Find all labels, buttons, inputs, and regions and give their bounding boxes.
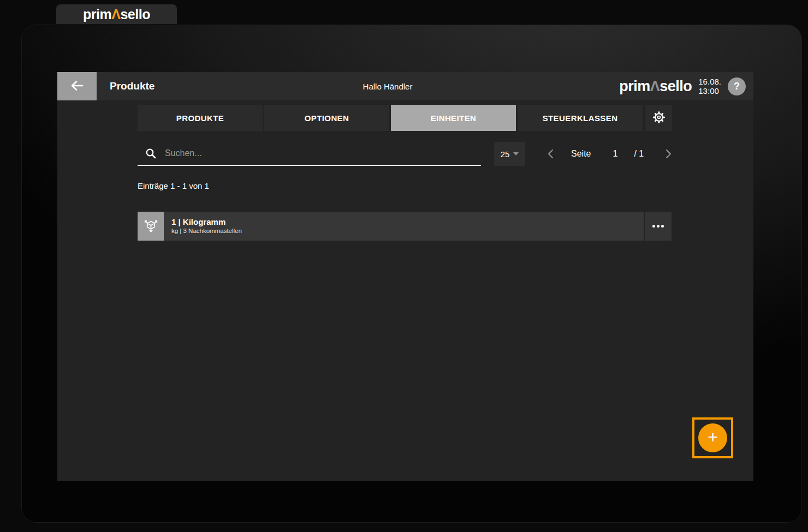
arrow-left-icon [69, 79, 85, 94]
add-button-focus-ring: + [692, 417, 733, 458]
pagination: Seite 1 / 1 [545, 142, 674, 166]
greeting-text: Hallo Händler [363, 82, 413, 91]
chevron-down-icon [513, 152, 519, 156]
datetime-display: 16.08. 13:00 [698, 77, 721, 96]
chevron-right-icon [666, 149, 672, 159]
logo-caret-icon: Λ [111, 7, 120, 22]
entries-summary: Einträge 1 - 1 von 1 [138, 181, 209, 190]
time-text: 13:00 [698, 86, 721, 95]
settings-button[interactable] [645, 105, 672, 131]
total-pages: / 1 [634, 149, 644, 159]
main-panel: Produkte Hallo Händler primΛsello 16.08.… [57, 72, 753, 481]
header-right: primΛsello 16.08. 13:00 ? [619, 77, 753, 96]
list-item-kilogramm[interactable]: 1 | Kilogramm kg | 3 Nachkommastellen [138, 212, 672, 241]
current-page: 1 [613, 149, 617, 159]
search-icon [145, 148, 156, 159]
previous-page-button[interactable] [545, 147, 556, 161]
search-input[interactable] [165, 148, 481, 158]
unit-cube-icon [138, 212, 164, 241]
tab-einheiten[interactable]: EINHEITEN [391, 105, 516, 131]
page-label: Seite [571, 149, 591, 159]
add-unit-button[interactable]: + [698, 423, 727, 452]
tab-bar: PRODUKTE OPTIONEN EINHEITEN STEUERKLASSE… [138, 105, 672, 131]
primasello-logo-header: primΛsello [619, 78, 692, 95]
chevron-left-icon [547, 149, 554, 159]
page-size-dropdown[interactable]: 25 [494, 142, 525, 166]
page-title: Produkte [110, 80, 155, 92]
list-item-title: 1 | Kilogramm [171, 217, 242, 228]
page-size-value: 25 [501, 150, 510, 159]
more-options-icon [652, 225, 664, 228]
tab-optionen[interactable]: OPTIONEN [264, 105, 389, 131]
next-page-button[interactable] [663, 147, 674, 161]
list-item-text: 1 | Kilogramm kg | 3 Nachkommastellen [171, 217, 242, 236]
more-options-button[interactable] [645, 212, 672, 241]
primasello-logo: primΛsello [83, 7, 150, 22]
tab-produkte[interactable]: PRODUKTE [138, 105, 263, 131]
list-item-subtitle: kg | 3 Nachkommastellen [171, 227, 242, 235]
date-text: 16.08. [698, 77, 721, 86]
tab-steuerklassen[interactable]: STEUERKLASSEN [518, 105, 643, 131]
app-header: Produkte Hallo Händler primΛsello 16.08.… [57, 72, 753, 100]
browser-tab[interactable]: primΛsello [56, 4, 177, 24]
help-button[interactable]: ? [728, 77, 746, 95]
gear-icon [652, 110, 666, 126]
logo-caret-icon: Λ [650, 78, 660, 94]
search-bar [138, 142, 481, 166]
back-button[interactable] [57, 72, 97, 100]
